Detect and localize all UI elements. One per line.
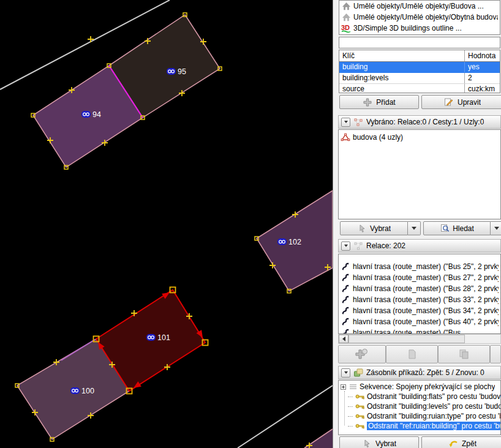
tag-row[interactable]: source cuzk:km (339, 84, 500, 93)
preset-item[interactable]: 3D 3D/Simple 3D buildings outline ... (339, 23, 500, 34)
route-master-icon (341, 306, 350, 316)
relation-item[interactable]: hlavní trasa (route_master) ("Bus 27", 2… (339, 272, 500, 283)
command-sequence-node[interactable]: Sekvence: Spojeny překrývající se plochy (339, 382, 500, 392)
tag-key: building:levels (339, 73, 464, 83)
relation-item[interactable]: hlavní trasa (route_master) ("Bus (339, 327, 500, 334)
tag-table: Klíč Hodnota building yes building:level… (339, 50, 500, 93)
select-dropdown-arrow[interactable] (408, 221, 421, 235)
command-item[interactable]: Odstranit "building:ruian:type" pro cest… (339, 411, 500, 421)
commandstack-panel-title: Zásobník příkazů: Zpět: 5 / Znovu: 0 (366, 368, 484, 377)
closedway-icon (341, 132, 350, 142)
relations-panel-header: Relace: 202 (338, 239, 501, 252)
relations-toolbar (338, 345, 501, 363)
selection-buttons: Vybrat Hledat (338, 221, 501, 235)
selection-item-label: budova (4 uzly) (353, 133, 403, 142)
preset-label: Umělé objekty/Umělé objekty/Obytná budov… (353, 13, 498, 21)
duplicate-relation-button[interactable] (438, 345, 490, 363)
plus-icon (363, 97, 372, 107)
map-canvas[interactable]: 94 95 102 101 (0, 0, 333, 448)
cursor-icon (362, 439, 372, 448)
relation-item-label: hlavní trasa (route_master) ("Bus 28", 2… (353, 284, 499, 293)
relation-item[interactable]: hlavní trasa (route_master) ("Bus 33", 2… (339, 294, 500, 305)
command-item-selected[interactable]: Odstranit "ref:ruian:building" pro cestu… (339, 421, 500, 431)
selection-panel-title: Vybráno: Relace:0 / Cesty:1 / Uzly:0 (366, 118, 484, 126)
selection-panel-header: Vybráno: Relace:0 / Cesty:1 / Uzly:0 (338, 115, 501, 129)
building-label: 101 (157, 333, 170, 342)
chevron-down-icon (344, 371, 348, 374)
relation-item-label: hlavní trasa (route_master) ("Bus 33", 2… (353, 295, 499, 304)
preset-item[interactable]: Umělé objekty/Umělé objekty/Budova ... (339, 1, 500, 12)
scroll-left-button[interactable] (339, 335, 348, 343)
edit-tag-label: Upravit (458, 98, 481, 107)
search-button[interactable]: Hledat (423, 221, 501, 235)
membership-box (339, 37, 500, 48)
relation-item[interactable]: hlavní trasa (route_master) ("Bus 34", 2… (339, 305, 500, 316)
delete-relation-button[interactable] (490, 345, 501, 363)
relation-item-label: hlavní trasa (route_master) ("Bus 27", 2… (353, 273, 499, 282)
tag-table-header: Klíč Hodnota (339, 50, 500, 62)
relations-list: hlavní trasa (route_master) ("Bus 25", 2… (338, 254, 501, 334)
tag-value: 2 (464, 73, 500, 83)
building-label: 102 (288, 238, 301, 246)
select-command-label: Vybrat (375, 439, 396, 448)
command-item[interactable]: Odstranit "building:flats" pro cestu 'bu… (339, 392, 500, 401)
relations-panel-icon (353, 241, 363, 251)
relation-item[interactable]: hlavní trasa (route_master) ("Bus 40", 2… (339, 316, 500, 327)
undo-button[interactable]: Zpět (421, 436, 501, 448)
search-dropdown-arrow[interactable] (491, 221, 501, 235)
panel-splitter[interactable] (333, 0, 338, 448)
collapse-button[interactable] (341, 368, 350, 378)
relation-item[interactable]: hlavní trasa (route_master) ("Bus 25", 2… (339, 261, 500, 272)
command-label: Odstranit "building:flats" pro cestu 'bu… (367, 392, 500, 401)
tag-row[interactable]: building:levels 2 (339, 73, 500, 84)
josm-window: 94 95 102 101 (0, 0, 501, 448)
housenumber-icon (146, 334, 156, 341)
edit-icon (444, 97, 454, 107)
chevron-down-icon (344, 121, 348, 123)
route-master-icon (341, 328, 350, 334)
cursor-icon (357, 224, 367, 233)
route-master-icon (341, 262, 350, 271)
edit-relation-icon (407, 349, 417, 360)
value-column-header[interactable]: Hodnota (464, 50, 500, 61)
house-icon (341, 12, 351, 22)
preset-label: Umělé objekty/Umělé objekty/Budova ... (353, 2, 484, 10)
edit-relation-button[interactable] (386, 345, 438, 363)
housenumber-icon (81, 111, 91, 118)
select-button[interactable]: Vybrat (340, 221, 421, 235)
preset-item[interactable]: Umělé objekty/Umělé objekty/Obytná budov… (339, 12, 500, 23)
building-label: 100 (81, 387, 94, 395)
collapse-button[interactable] (341, 241, 350, 251)
collapse-button[interactable] (341, 118, 350, 127)
add-tag-button[interactable]: Přidat (339, 95, 419, 109)
relation-item-label: hlavní trasa (route_master) ("Bus 25", 2… (353, 262, 499, 271)
search-button-label: Hledat (453, 224, 474, 233)
edit-tag-button[interactable]: Upravit (421, 95, 501, 109)
command-stack-tree: Sekvence: Spojeny překrývající se plochy… (338, 380, 501, 435)
new-relation-button[interactable] (338, 345, 386, 363)
commandstack-panel-header: Zásobník příkazů: Zpět: 5 / Znovu: 0 (338, 366, 501, 379)
housenumber-icon (70, 387, 80, 394)
selection-list-item[interactable]: budova (4 uzly) (339, 130, 500, 143)
relation-item-label: hlavní trasa (route_master) ("Bus (353, 328, 461, 334)
selection-list: budova (4 uzly) (338, 129, 501, 219)
expand-plus-icon[interactable] (341, 384, 346, 390)
tree-stub (348, 416, 353, 417)
tag-value: cuzk:km (464, 84, 500, 93)
relations-panel-title: Relace: 202 (366, 241, 405, 250)
sequence-icon (348, 382, 357, 392)
tag-row-selected[interactable]: building yes (339, 62, 500, 73)
relation-item-label: hlavní trasa (route_master) ("Bus 34", 2… (353, 306, 499, 315)
building-label: 95 (178, 67, 186, 76)
command-label: Sekvence: Spojeny překrývající se plochy (360, 382, 495, 391)
key-column-header[interactable]: Klíč (339, 50, 464, 61)
relation-item[interactable]: hlavní trasa (route_master) ("Bus 28", 2… (339, 283, 500, 294)
command-item[interactable]: Odstranit "building:levels" pro cestu 'b… (339, 401, 500, 411)
arrow-left-icon (342, 336, 345, 341)
duplicate-relation-icon (458, 349, 470, 360)
route-master-icon (341, 284, 350, 294)
relations-hscrollbar[interactable] (338, 334, 501, 344)
scrollbar-thumb[interactable] (348, 335, 465, 343)
key-icon (355, 392, 364, 401)
select-command-button[interactable]: Vybrat (339, 436, 419, 448)
